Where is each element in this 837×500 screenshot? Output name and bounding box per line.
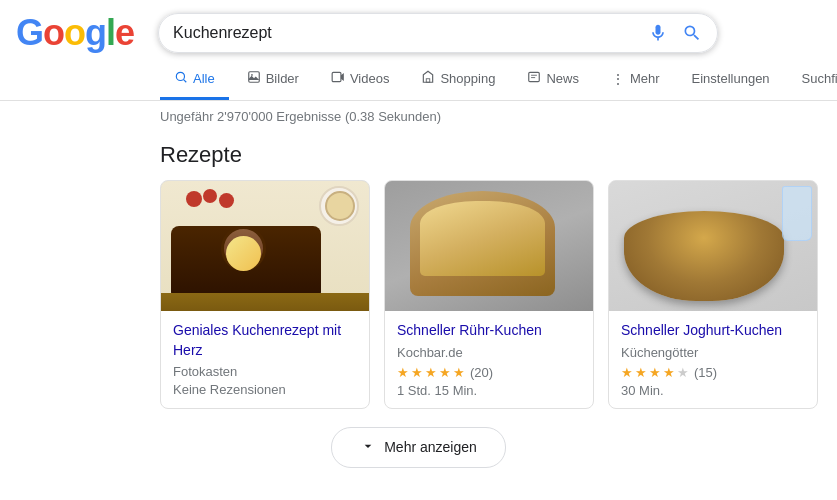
recipe-card-source-2: Kochbar.de	[397, 345, 581, 360]
svg-rect-2	[248, 72, 259, 83]
svg-line-1	[184, 80, 187, 83]
recipe-card-time-2: 1 Std. 15 Min.	[397, 383, 581, 398]
recipe-card-source-1: Fotokasten	[173, 364, 357, 379]
news-icon	[527, 70, 541, 87]
cake3-background	[609, 181, 817, 311]
recipe-card-title-2[interactable]: Schneller Rühr-Kuchen	[397, 321, 581, 341]
star-4: ★	[439, 365, 451, 380]
recipe-card-stars-3: ★★★★★ (15)	[621, 365, 717, 380]
recipe-card-2: Schneller Rühr-Kuchen Kochbar.de ★★★★★ (…	[384, 180, 594, 409]
tab-shopping[interactable]: Shopping	[407, 60, 509, 100]
tab-bilder-label: Bilder	[266, 71, 299, 86]
logo-o2: o	[64, 12, 85, 54]
results-count: Ungefähr 2'970'000 Ergebnisse (0.38 Seku…	[160, 109, 441, 124]
star-5: ★	[677, 365, 689, 380]
recipe-card-source-3: Küchengötter	[621, 345, 805, 360]
tab-mehr-label: Mehr	[630, 71, 660, 86]
raspberry-1	[186, 191, 202, 207]
recipe-card-reviews-1: Keine Rezensionen	[173, 382, 357, 397]
tab-alle-label: Alle	[193, 71, 215, 86]
settings-link[interactable]: Einstellungen	[678, 61, 784, 99]
videos-icon	[331, 70, 345, 87]
coffee-cup	[325, 191, 355, 221]
more-button-label: Mehr anzeigen	[384, 439, 477, 455]
header: Google	[0, 0, 837, 54]
logo-e: e	[115, 12, 134, 54]
round-cake	[624, 211, 784, 301]
search-input[interactable]	[173, 24, 647, 42]
recipe-image-1	[161, 181, 369, 311]
tab-news-label: News	[546, 71, 579, 86]
settings-label: Einstellungen	[692, 71, 770, 86]
nav-tabs: Alle Bilder Videos Shopping News ⋮ Mehr …	[0, 60, 837, 101]
recipe-card-body-3: Schneller Joghurt-Kuchen Küchengötter ★★…	[609, 311, 817, 408]
svg-point-3	[251, 74, 253, 76]
star-2: ★	[411, 365, 423, 380]
tab-videos-label: Videos	[350, 71, 390, 86]
recipe-card-body-1: Geniales Kuchenrezept mit Herz Fotokaste…	[161, 311, 369, 407]
logo-g2: g	[85, 12, 106, 54]
raspberry-3	[219, 193, 234, 208]
more-button-container: Mehr anzeigen	[160, 427, 677, 468]
google-logo: Google	[16, 12, 134, 54]
star-5: ★	[453, 365, 465, 380]
recipe-card-1: Geniales Kuchenrezept mit Herz Fotokaste…	[160, 180, 370, 409]
svg-rect-4	[332, 72, 341, 81]
star-1: ★	[397, 365, 409, 380]
review-count-3: (15)	[694, 365, 717, 380]
tab-alle[interactable]: Alle	[160, 60, 229, 100]
search-icons	[647, 22, 703, 44]
cake2-background	[385, 181, 593, 311]
tab-news[interactable]: News	[513, 60, 593, 100]
recipe-card-body-2: Schneller Rühr-Kuchen Kochbar.de ★★★★★ (…	[385, 311, 593, 408]
recipe-card-title-1[interactable]: Geniales Kuchenrezept mit Herz	[173, 321, 357, 360]
search-submit-icon[interactable]	[681, 22, 703, 44]
recipes-section: Rezepte	[0, 132, 837, 478]
raspberry-2	[203, 189, 217, 203]
recipe-image-3	[609, 181, 817, 311]
shopping-icon	[421, 70, 435, 87]
tab-videos[interactable]: Videos	[317, 60, 404, 100]
search-bar	[158, 13, 718, 53]
more-button[interactable]: Mehr anzeigen	[331, 427, 506, 468]
svg-point-0	[176, 72, 184, 80]
svg-rect-7	[529, 72, 540, 81]
recipe-card-stars-2: ★★★★★ (20)	[397, 365, 493, 380]
bread-inside	[420, 201, 545, 276]
star-2: ★	[635, 365, 647, 380]
star-1: ★	[621, 365, 633, 380]
recipe-card-time-3: 30 Min.	[621, 383, 805, 398]
logo-g: G	[16, 12, 43, 54]
mehr-icon: ⋮	[611, 71, 625, 87]
star-3: ★	[425, 365, 437, 380]
chevron-down-icon	[360, 438, 376, 457]
logo-o1: o	[43, 12, 64, 54]
tab-bilder[interactable]: Bilder	[233, 60, 313, 100]
cake1-background	[161, 181, 369, 311]
recipe-cards: Geniales Kuchenrezept mit Herz Fotokaste…	[160, 180, 677, 409]
star-4: ★	[663, 365, 675, 380]
filter-link[interactable]: Suchfilter	[788, 61, 837, 99]
glass	[782, 186, 812, 241]
review-count-2: (20)	[470, 365, 493, 380]
results-info: Ungefähr 2'970'000 Ergebnisse (0.38 Seku…	[0, 101, 837, 132]
tab-shopping-label: Shopping	[440, 71, 495, 86]
logo-l: l	[106, 12, 115, 54]
recipe-card-title-3[interactable]: Schneller Joghurt-Kuchen	[621, 321, 805, 341]
wood-board	[161, 293, 369, 311]
microphone-icon[interactable]	[647, 22, 669, 44]
filter-label: Suchfilter	[802, 71, 837, 86]
heart-filling	[226, 236, 261, 271]
bilder-icon	[247, 70, 261, 87]
tab-mehr[interactable]: ⋮ Mehr	[597, 61, 674, 100]
recipe-card-3: Schneller Joghurt-Kuchen Küchengötter ★★…	[608, 180, 818, 409]
recipes-title: Rezepte	[160, 142, 677, 168]
star-3: ★	[649, 365, 661, 380]
recipe-image-2	[385, 181, 593, 311]
alle-icon	[174, 70, 188, 87]
